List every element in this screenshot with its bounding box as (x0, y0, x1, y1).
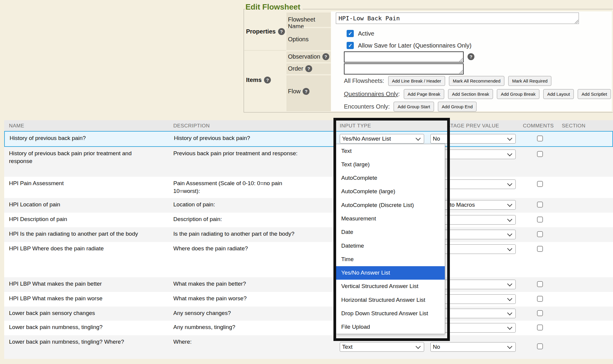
comments-checkbox[interactable] (537, 181, 543, 187)
properties-section-label: Properties (246, 28, 285, 35)
help-icon[interactable] (303, 88, 309, 95)
row-description: Where: (173, 338, 308, 346)
dropdown-option-text[interactable]: Text (336, 144, 445, 158)
comments-checkbox[interactable] (537, 246, 543, 252)
active-option: Active (347, 30, 374, 37)
help-icon[interactable] (264, 77, 271, 83)
add-group-break-button[interactable]: Add Group Break (497, 89, 539, 99)
comments-checkbox[interactable] (537, 202, 543, 208)
dropdown-option-measurement[interactable]: Measurement (336, 212, 445, 225)
flowsheet-name-input[interactable]: HPI-Low Back Pain (336, 13, 579, 24)
row-name: HPI Description of pain (9, 215, 147, 223)
row-description: Pain Assessment (Scale of 0-10: 0=no pai… (173, 179, 302, 195)
add-page-break-button[interactable]: Add Page Break (404, 89, 444, 99)
questionnaires-only-row: Questionnaires Only: Add Page Break Add … (344, 89, 611, 99)
row-name: Lower back pain numbness, tingling? (9, 323, 147, 331)
comments-checkbox[interactable] (537, 217, 543, 223)
encounters-only-label: Encounters Only: (344, 103, 390, 110)
dropdown-option-horizontal-structured-answer-list[interactable]: Horizontal Structured Answer List (336, 293, 445, 307)
mark-all-required-button[interactable]: Mark All Required (508, 76, 551, 86)
row-description: What makes the pain better? (173, 280, 308, 288)
table-row[interactable]: HPI Pain Assessment Pain Assessment (Sca… (4, 177, 613, 198)
row-name: History of previous back pain? (10, 134, 147, 142)
active-checkbox[interactable] (347, 30, 354, 37)
help-icon[interactable] (305, 65, 312, 72)
dropdown-option-autocomplete-large[interactable]: AutoComplete (large) (336, 185, 445, 198)
table-row[interactable]: HPI LBP What makes the pain better What … (4, 277, 613, 292)
dropdown-option-vertical-structured-answer-list[interactable]: Vertical Structured Answer List (336, 280, 445, 293)
all-flowsheets-row: All Flowsheets: Add Line Break / Header … (344, 76, 551, 86)
dropdown-option-autocomplete[interactable]: AutoComplete (336, 171, 445, 185)
dropdown-option-file-upload[interactable]: File Upload (336, 320, 445, 334)
dropdown-option-autocomplete-discrete-list[interactable]: AutoComplete (Discrete List) (336, 198, 445, 212)
table-row[interactable]: History of previous back pain prior trea… (4, 147, 613, 177)
chevron-down-icon (507, 310, 512, 315)
column-header-stage-prev-value: STAGE PREV VALUE (447, 123, 499, 129)
observation-input[interactable] (344, 51, 464, 63)
row-description: Where does the pain radiate? (173, 245, 308, 252)
row-name: Lower back pain sensory changes (9, 309, 147, 317)
comments-checkbox[interactable] (537, 151, 543, 157)
add-section-break-button[interactable]: Add Section Break (448, 89, 493, 99)
comments-checkbox[interactable] (537, 231, 543, 237)
chevron-down-icon (507, 231, 512, 236)
chevron-down-icon (507, 135, 512, 141)
input-type-select[interactable]: Text (340, 342, 424, 352)
chevron-down-icon (507, 202, 512, 207)
allow-save-label: Allow Save for Later (Questionnaires Onl… (358, 42, 471, 49)
dropdown-option-time[interactable]: Time (336, 252, 445, 266)
dropdown-option-date[interactable]: Date (336, 226, 445, 239)
table-row[interactable]: Lower back pain numbness, tingling? Wher… (4, 335, 613, 359)
input-type-select[interactable]: Yes/No Answer List (340, 134, 424, 144)
table-row[interactable]: HPI LBP Where does the pain radiate Wher… (4, 242, 613, 277)
dropdown-option-yes-no-answer-list[interactable]: Yes/No Answer List (336, 266, 445, 280)
row-name: Lower back pain numbness, tingling? Wher… (9, 338, 147, 346)
help-icon[interactable] (278, 28, 285, 35)
allow-save-checkbox[interactable] (347, 42, 354, 49)
row-name: History of previous back pain prior trea… (9, 150, 147, 165)
chevron-down-icon (416, 135, 421, 141)
comments-checkbox[interactable] (537, 325, 543, 331)
comments-checkbox[interactable] (537, 310, 543, 316)
table-row[interactable]: History of previous back pain? History o… (4, 131, 613, 147)
row-description: What makes the pain worse? (173, 295, 308, 302)
comments-checkbox[interactable] (537, 281, 543, 287)
observation-label-cell: Observation (286, 51, 331, 62)
observation-label: Observation (286, 51, 331, 60)
stage-prev-value-select[interactable]: No (430, 342, 516, 352)
column-header-name: NAME (9, 123, 24, 129)
table-row[interactable]: HPI Description of pain Description of p… (4, 213, 613, 227)
table-row[interactable]: HPI LBP What makes the pain worse What m… (4, 292, 613, 307)
table-row[interactable]: Lower back pain numbness, tingling? Any … (4, 321, 613, 335)
column-header-input-type: INPUT TYPE (340, 123, 371, 129)
add-scriptlet-button[interactable]: Add Scriptlet (578, 89, 611, 99)
row-name: HPI LBP Where does the pain radiate (9, 245, 147, 252)
row-name: HPI Is the pain radiating to another par… (9, 230, 177, 238)
add-group-start-button[interactable]: Add Group Start (394, 102, 434, 112)
order-input[interactable] (344, 63, 464, 74)
mark-all-recommended-button[interactable]: Mark All Recommended (449, 76, 504, 86)
comments-checkbox[interactable] (537, 343, 543, 349)
table-row[interactable]: Lower back pain sensory changes Any sens… (4, 307, 613, 321)
add-layout-button[interactable]: Add Layout (543, 89, 574, 99)
stage-prev-value-select[interactable]: No (430, 134, 516, 144)
options-label: Options (286, 28, 331, 43)
row-description: Location of pain: (173, 201, 308, 208)
row-description: Any numbness, tingling? (173, 323, 308, 331)
add-group-end-button[interactable]: Add Group End (438, 102, 477, 112)
row-description: Is the pain radiating to another part of… (173, 230, 329, 238)
comments-checkbox[interactable] (537, 296, 543, 302)
dropdown-option-drop-down-structured-answer-list[interactable]: Drop Down Structured Answer List (336, 307, 445, 320)
section-divider (244, 50, 286, 51)
comments-checkbox[interactable] (537, 135, 543, 141)
dropdown-option-datetime[interactable]: Datetime (336, 239, 445, 252)
help-icon[interactable] (322, 53, 329, 60)
add-line-break-header-button[interactable]: Add Line Break / Header (388, 76, 445, 86)
questionnaires-only-label: Questionnaires Only: (344, 91, 400, 98)
table-row[interactable]: HPI Is the pain radiating to another par… (4, 227, 613, 242)
order-label: Order (286, 63, 331, 72)
all-flowsheets-label: All Flowsheets: (344, 77, 384, 84)
table-row[interactable]: HPI Location of pain Location of pain: t… (4, 198, 613, 213)
dropdown-option-text-large[interactable]: Text (large) (336, 158, 445, 171)
help-icon[interactable] (468, 53, 474, 60)
